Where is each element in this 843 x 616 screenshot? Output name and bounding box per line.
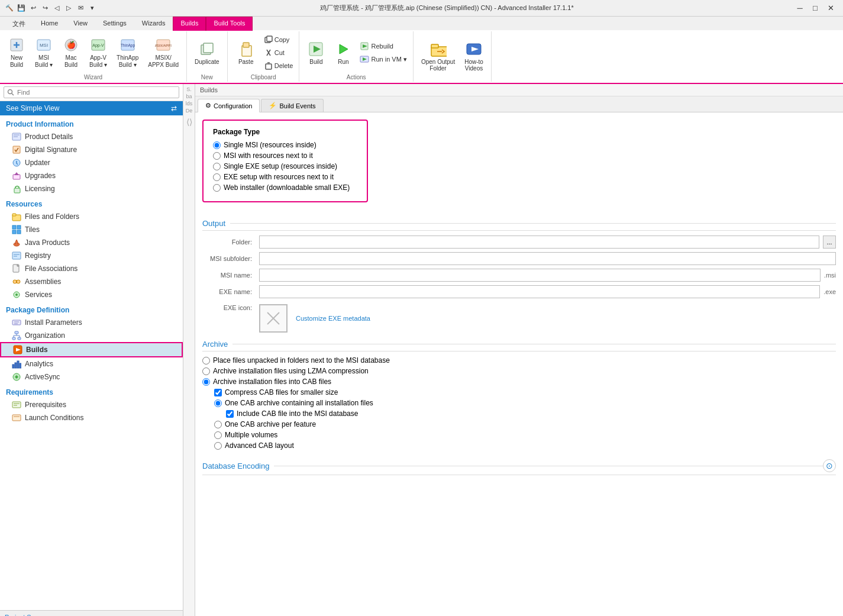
sidebar-item-registry[interactable]: Registry <box>0 249 183 262</box>
radio-exe-resources-next-label[interactable]: EXE setup with resources next to it <box>224 173 334 181</box>
mac-build-icon: 🍎 <box>63 37 79 53</box>
customize-exe-metadata-link[interactable]: Customize EXE metadata <box>296 304 370 333</box>
new-build-btn[interactable]: NewBuild <box>4 34 30 72</box>
msix-build-btn[interactable]: MSIX/APPX MSIX/APPX Build <box>144 34 183 72</box>
one-cab-per-feature-label[interactable]: One CAB archive per feature <box>225 420 316 428</box>
radio-single-msi-label[interactable]: Single MSI (resources inside) <box>224 141 316 149</box>
msi-build-btn[interactable]: MSI MSIBuild ▾ <box>31 34 57 72</box>
tab-build-events[interactable]: ⚡ Build Events <box>261 99 323 112</box>
sidebar-item-upgrades[interactable]: Upgrades <box>0 169 183 182</box>
radio-msi-resources-next-label[interactable]: MSI with resources next to it <box>224 151 313 160</box>
copy-btn[interactable]: Copy <box>262 34 296 46</box>
open-output-folder-btn[interactable]: Open OutputFolder <box>417 37 459 75</box>
how-to-videos-btn[interactable]: How-toVideos <box>460 37 487 75</box>
sidebar-item-tiles[interactable]: Tiles <box>0 223 183 236</box>
wizard-group-label: Wizard <box>84 74 102 80</box>
close-btn[interactable]: ✕ <box>823 2 838 15</box>
compress-cab-label[interactable]: Compress CAB files for smaller size <box>225 388 338 396</box>
radio-archive-cab-label[interactable]: Archive installation files into CAB file… <box>213 378 331 386</box>
thinapp-build-btn[interactable]: ThinApp ThinAppBuild ▾ <box>112 34 143 72</box>
save-icon[interactable]: 💾 <box>17 4 26 13</box>
sidebar-item-activesync[interactable]: ActiveSync <box>0 370 183 383</box>
email-icon[interactable]: ✉ <box>76 4 85 13</box>
folder-browse-btn[interactable]: ... <box>823 236 836 249</box>
appv-build-btn[interactable]: App-V App-VBuild ▾ <box>85 34 111 72</box>
exe-name-input[interactable] <box>259 285 820 298</box>
include-cab-msi-label[interactable]: Include CAB file into the MSI database <box>237 409 358 418</box>
one-cab-per-feature-radio[interactable] <box>214 421 222 428</box>
radio-single-msi-input[interactable] <box>213 141 221 149</box>
back-icon[interactable]: ◁ <box>52 4 62 13</box>
maximize-btn[interactable]: □ <box>808 2 823 15</box>
tab-builds[interactable]: Builds <box>173 17 206 31</box>
mac-build-btn[interactable]: 🍎 MacBuild <box>58 34 84 72</box>
radio-single-exe-label[interactable]: Single EXE setup (resources inside) <box>224 162 337 170</box>
delete-btn[interactable]: Delete <box>262 60 296 72</box>
dropdown-icon[interactable]: ▾ <box>88 4 97 13</box>
exe-icon-box[interactable] <box>259 304 288 333</box>
window-controls[interactable]: ─ □ ✕ <box>792 2 838 15</box>
simple-view-btn[interactable]: See Simple View ⇄ <box>0 101 183 115</box>
search-input[interactable] <box>4 86 179 98</box>
run-in-vm-btn[interactable]: Run in VM ▾ <box>357 53 409 65</box>
run-btn[interactable]: Run <box>330 34 356 72</box>
duplicate-btn[interactable]: Duplicate <box>190 34 224 72</box>
undo-icon[interactable]: ↩ <box>28 4 38 13</box>
tab-settings[interactable]: Settings <box>95 17 134 31</box>
tab-configuration[interactable]: ⚙ Configuration <box>198 99 260 112</box>
radio-archive-lzma-label[interactable]: Archive installation files using LZMA co… <box>213 367 369 375</box>
radio-single-exe-input[interactable] <box>213 163 221 170</box>
sidebar-item-java-products[interactable]: Java Products <box>0 236 183 249</box>
msi-subfolder-input[interactable] <box>259 252 836 265</box>
multiple-volumes-label[interactable]: Multiple volumes <box>225 431 277 439</box>
radio-exe-resources-next-input[interactable] <box>213 173 221 181</box>
radio-archive-lzma-input[interactable] <box>202 367 210 375</box>
radio-web-installer-input[interactable] <box>213 184 221 192</box>
radio-place-files-unpacked-input[interactable] <box>202 357 210 365</box>
splitter-label-1: ba <box>186 93 192 99</box>
radio-archive-cab-input[interactable] <box>202 378 210 386</box>
sidebar-item-files-folders[interactable]: Files and Folders <box>0 210 183 223</box>
sidebar-item-organization[interactable]: Organization <box>0 329 183 342</box>
redo-icon[interactable]: ↪ <box>40 4 50 13</box>
svg-rect-33 <box>13 146 20 153</box>
advanced-cab-label[interactable]: Advanced CAB layout <box>225 441 294 450</box>
sidebar-item-builds[interactable]: Builds <box>0 342 183 357</box>
sidebar-item-analytics[interactable]: Analytics <box>0 357 183 370</box>
sidebar-item-prerequisites[interactable]: Prerequisites <box>0 398 183 411</box>
tab-file[interactable]: 文件 <box>5 17 33 31</box>
sidebar-item-product-details[interactable]: Product Details <box>0 130 183 143</box>
sidebar-item-launch-conditions[interactable]: Launch Conditions <box>0 411 183 424</box>
database-encoding-collapse-btn[interactable]: ⊙ <box>823 459 836 472</box>
radio-place-files-unpacked-label[interactable]: Place files unpacked in folders next to … <box>213 356 390 365</box>
forward-icon[interactable]: ▷ <box>64 4 73 13</box>
cut-btn[interactable]: Cut <box>262 47 296 59</box>
advanced-cab-radio[interactable] <box>214 442 222 450</box>
tab-view[interactable]: View <box>66 17 95 31</box>
radio-msi-resources-next-input[interactable] <box>213 152 221 160</box>
tab-build-tools[interactable]: Build Tools <box>206 17 253 31</box>
one-cab-all-label[interactable]: One CAB archive containing all installat… <box>225 399 373 407</box>
minimize-btn[interactable]: ─ <box>792 2 808 15</box>
sidebar-item-file-associations[interactable]: File Associations <box>0 262 183 275</box>
splitter-handle[interactable]: ⟨⟩ <box>186 117 192 127</box>
paste-btn[interactable]: Paste <box>231 34 261 72</box>
sidebar-item-install-parameters[interactable]: Install Parameters <box>0 316 183 329</box>
compress-cab-checkbox[interactable] <box>214 389 222 396</box>
rebuild-btn[interactable]: Rebuild <box>357 40 409 52</box>
msi-name-input[interactable] <box>259 269 821 282</box>
build-btn[interactable]: Build <box>303 34 329 72</box>
project-summary-bar[interactable]: Project Summary <box>0 610 183 616</box>
radio-web-installer-label[interactable]: Web installer (downloadable small EXE) <box>224 183 350 192</box>
folder-input[interactable] <box>259 236 819 249</box>
one-cab-all-radio[interactable] <box>214 399 222 407</box>
sidebar-item-updater[interactable]: Updater <box>0 156 183 169</box>
sidebar-item-assemblies[interactable]: Assemblies <box>0 275 183 288</box>
sidebar-item-licensing[interactable]: Licensing <box>0 182 183 195</box>
tab-wizards[interactable]: Wizards <box>134 17 173 31</box>
sidebar-item-services[interactable]: Services <box>0 288 183 301</box>
sidebar-item-digital-signature[interactable]: Digital Signature <box>0 143 183 156</box>
include-cab-msi-checkbox[interactable] <box>226 410 234 418</box>
tab-home[interactable]: Home <box>33 17 66 31</box>
multiple-volumes-radio[interactable] <box>214 431 222 439</box>
